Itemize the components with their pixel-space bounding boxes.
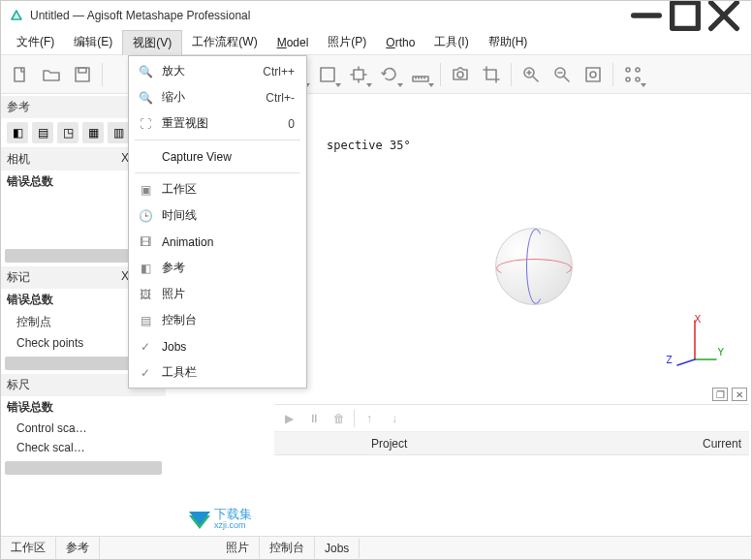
- photos-icon: 🖼: [135, 288, 156, 301]
- film-icon: 🎞: [135, 235, 156, 249]
- jobs-down-icon[interactable]: ↓: [384, 408, 405, 429]
- row-errors-scale[interactable]: 错误总数: [1, 396, 166, 419]
- close-button[interactable]: [705, 2, 743, 29]
- menu-edit[interactable]: 编辑(E): [64, 30, 122, 54]
- tab-workspace[interactable]: 工作区: [1, 537, 56, 559]
- reset-view-icon: ⛶: [135, 117, 156, 131]
- jobs-check-icon: ✓: [135, 340, 156, 354]
- svg-point-22: [626, 78, 630, 81]
- maximize-button[interactable]: [666, 2, 705, 29]
- jobs-up-icon[interactable]: ↑: [359, 408, 380, 429]
- menu-tools[interactable]: 工具(I): [424, 30, 478, 54]
- tab-reference[interactable]: 参考: [56, 537, 100, 559]
- dd-timeline[interactable]: 🕒时间线: [129, 202, 306, 229]
- window-title: Untitled — Agisoft Metashape Professiona…: [30, 9, 627, 22]
- svg-rect-7: [321, 68, 334, 81]
- zoom-out-icon[interactable]: [548, 60, 577, 89]
- watermark: 下载集 xzji.com: [185, 497, 301, 540]
- dd-jobs[interactable]: ✓Jobs: [129, 333, 306, 359]
- svg-rect-8: [354, 70, 363, 79]
- tab-console[interactable]: 控制台: [260, 537, 315, 559]
- dd-toolbar[interactable]: ✓工具栏: [129, 359, 306, 386]
- crop-icon[interactable]: [477, 60, 506, 89]
- select-rect-icon[interactable]: [313, 60, 342, 89]
- rotate-icon[interactable]: [375, 60, 404, 89]
- svg-point-21: [636, 68, 640, 72]
- view-dropdown: 🔍放大Ctrl++ 🔍缩小Ctrl+- ⛶重置视图0 Capture View …: [128, 55, 307, 389]
- bottom-tabs: 工作区 参考 照片 控制台 Jobs: [1, 536, 751, 559]
- main-toolbar: [1, 55, 751, 94]
- menu-file[interactable]: 文件(F): [7, 30, 64, 54]
- svg-rect-1: [673, 3, 699, 29]
- app-icon: [9, 8, 24, 23]
- svg-line-12: [533, 77, 538, 81]
- console-icon: ▤: [135, 314, 156, 327]
- dd-workspace[interactable]: ▣工作区: [129, 176, 306, 202]
- menu-workflow[interactable]: 工作流程(W): [182, 30, 266, 54]
- save-icon[interactable]: [68, 60, 97, 89]
- dd-capture-view[interactable]: Capture View: [129, 143, 306, 170]
- dd-zoom-out[interactable]: 🔍缩小Ctrl+-: [129, 84, 306, 110]
- dd-reset-view[interactable]: ⛶重置视图0: [129, 110, 306, 137]
- jobs-delete-icon[interactable]: 🗑: [329, 408, 350, 429]
- jobs-play-icon[interactable]: ▶: [278, 408, 299, 429]
- dd-reference[interactable]: ◧参考: [129, 255, 306, 281]
- dd-photos[interactable]: 🖼照片: [129, 281, 306, 307]
- grid-icon[interactable]: [618, 60, 647, 89]
- tab-jobs[interactable]: Jobs: [315, 539, 360, 558]
- svg-line-16: [564, 77, 569, 81]
- zoom-in-icon[interactable]: [517, 60, 546, 89]
- ref-tool-3[interactable]: ◳: [57, 122, 78, 143]
- svg-rect-6: [78, 68, 86, 73]
- svg-point-20: [626, 68, 630, 72]
- menu-view[interactable]: 视图(V): [122, 30, 182, 55]
- svg-point-23: [636, 78, 640, 81]
- menu-help[interactable]: 帮助(H): [479, 30, 538, 54]
- menu-photo[interactable]: 照片(P): [318, 30, 376, 54]
- ref-tool-2[interactable]: ▤: [32, 122, 53, 143]
- jobs-dock-controls: ❐ ✕: [712, 388, 747, 401]
- move-region-icon[interactable]: [344, 60, 373, 89]
- zoom-fit-icon[interactable]: [579, 60, 608, 89]
- workspace-icon: ▣: [135, 183, 156, 197]
- svg-point-10: [457, 72, 463, 78]
- minimize-button[interactable]: [627, 2, 666, 29]
- jobs-panel: ❐ ✕ ▶ ⏸ 🗑 ↑ ↓ Project Current: [274, 404, 749, 536]
- tab-photos[interactable]: 照片: [216, 537, 260, 559]
- menu-model[interactable]: Model: [267, 32, 319, 53]
- new-icon[interactable]: [6, 60, 35, 89]
- clock-icon: 🕒: [135, 209, 156, 223]
- svg-point-19: [590, 72, 596, 78]
- dock-close-icon[interactable]: ✕: [732, 388, 747, 401]
- row-control-scale[interactable]: Control sca…: [1, 419, 166, 438]
- svg-line-26: [677, 359, 695, 365]
- col-project[interactable]: Project: [274, 437, 681, 451]
- jobs-pause-icon[interactable]: ⏸: [303, 408, 325, 429]
- jobs-toolbar: ▶ ⏸ 🗑 ↑ ↓: [274, 405, 749, 432]
- model-viewport[interactable]: spective 35° X Y Z: [307, 133, 749, 400]
- row-check-scale[interactable]: Check scal…: [1, 438, 166, 457]
- col-current[interactable]: Current: [681, 437, 749, 451]
- reference-icon: ◧: [135, 262, 156, 275]
- zoom-in-icon: 🔍: [135, 65, 156, 78]
- dd-animation[interactable]: 🎞Animation: [129, 229, 306, 255]
- dock-float-icon[interactable]: ❐: [712, 388, 728, 401]
- zoom-out-icon: 🔍: [135, 91, 156, 105]
- horiz-scrollbar-3[interactable]: [5, 461, 162, 475]
- open-icon[interactable]: [37, 60, 66, 89]
- svg-rect-18: [586, 68, 600, 81]
- ruler-icon[interactable]: [406, 60, 435, 89]
- ref-tool-4[interactable]: ▦: [82, 122, 104, 143]
- jobs-columns: Project Current: [274, 432, 749, 455]
- toolbar-check-icon: ✓: [135, 366, 156, 380]
- menu-ortho[interactable]: Ortho: [376, 32, 424, 53]
- ref-tool-1[interactable]: ◧: [7, 122, 28, 143]
- viewport-info: spective 35°: [327, 139, 411, 152]
- ref-tool-5[interactable]: ▥: [108, 122, 129, 143]
- snapshot-icon[interactable]: [446, 60, 475, 89]
- trackball-sphere: [495, 228, 573, 305]
- dd-console[interactable]: ▤控制台: [129, 307, 306, 333]
- dd-zoom-in[interactable]: 🔍放大Ctrl++: [129, 58, 306, 84]
- svg-rect-4: [15, 68, 24, 81]
- axis-gizmo: X Y Z: [672, 317, 720, 371]
